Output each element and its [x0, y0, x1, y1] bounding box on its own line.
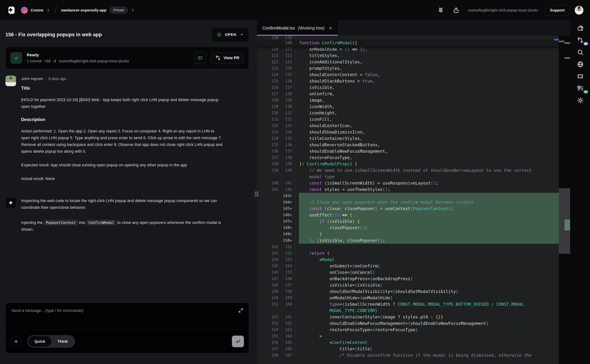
code-content[interactable]: 118119 119120 iconSource,120121 onModalH… — [257, 36, 559, 364]
commit-count: 1 commit — [27, 59, 42, 63]
code-line: 120121 onModalHide = () => {}, — [257, 46, 559, 52]
agent-message-text: Inspecting the web code to locate the ri… — [21, 197, 224, 211]
code-line: 126127 isVisible, — [257, 84, 559, 91]
code-line: 145154 onSubmit={onConfirm} — [257, 263, 559, 269]
issue-post: John Ingram • 8 days ago Title [HOLD for… — [6, 76, 249, 189]
inline-code: ConfirmModal — [87, 220, 116, 225]
code-line: 147156 onBackdropPress={onBackdropPress} — [257, 276, 559, 282]
added-marker — [564, 42, 570, 44]
message-input[interactable]: Send a message... (type / for commands) — [6, 303, 249, 330]
plus-icon — [13, 339, 19, 344]
editor-tabbar: ConfirmModal.tsx (Working tree) — [257, 21, 570, 36]
code-line: MODAL_TYPE.CONFIRM} — [257, 307, 559, 314]
code-line: 128129 image, — [257, 97, 559, 104]
code-line: 150+ }, [isVisible, closePopover]); — [257, 237, 559, 244]
code-line: modal type — [257, 174, 559, 180]
close-icon[interactable] — [329, 26, 332, 30]
checklist-icon[interactable] — [575, 83, 585, 93]
section-title-heading: Title — [21, 86, 249, 91]
globe-icon[interactable] — [575, 59, 585, 69]
code-line: 157166 title={title} — [257, 346, 559, 352]
support-button[interactable]: Support — [545, 5, 570, 15]
post-paragraph: Action performed: 1. Open the app 2. Ope… — [21, 128, 224, 155]
agent-message: Inspecting the web code to locate the ri… — [6, 197, 249, 211]
code-line: 144153 <Modal — [257, 257, 559, 263]
add-attachment-button[interactable] — [10, 336, 22, 347]
code-line: 137138 restoreFocusType, — [257, 155, 559, 161]
check-icon — [10, 52, 22, 64]
code-line: 121122 titleStyles, — [257, 52, 559, 59]
code-line: 124125 shouldCenterContent = false, — [257, 72, 559, 78]
viewport-marker — [554, 39, 559, 40]
meta-separator: • — [45, 77, 46, 80]
expand-icon[interactable] — [238, 308, 244, 313]
message-text-segment: Injecting the — [21, 221, 44, 225]
send-button[interactable] — [232, 336, 244, 347]
search-icon[interactable] — [575, 47, 585, 57]
code-line: 118119 — [257, 36, 559, 40]
code-line: 146155 onClose={onCancel} — [257, 269, 559, 276]
code-line: 130131 iconHeight, — [257, 110, 559, 116]
sticky-scope-line: 108function ConfirmModal({ — [257, 40, 559, 46]
org-name: Cosine — [31, 8, 43, 12]
view-pr-button[interactable]: View PR — [211, 52, 244, 64]
repo-switcher[interactable]: swelancer-expensify-app Private — [61, 6, 135, 14]
code-line: 155164 > — [257, 333, 559, 339]
code-line: 141142 const styles = useThemeStyles(); — [257, 186, 559, 193]
mode-think[interactable]: Think — [51, 336, 74, 347]
code-line: 149+ } — [257, 231, 559, 237]
checklist-button[interactable] — [194, 52, 206, 64]
tab-confirmmodal[interactable]: ConfirmModal.tsx (Working tree) — [257, 21, 338, 36]
code-line: 148+ closePopover(); — [257, 225, 559, 231]
issue-status-button[interactable]: OPEN — [212, 27, 249, 42]
code-line: 139140 // We need to use isSmallScreenWi… — [257, 167, 559, 174]
ticket-icon[interactable] — [575, 71, 585, 81]
agent-message: Injecting the PopoverContext into Confir… — [6, 219, 249, 233]
code-line: 147+ if (isVisible) { — [257, 218, 559, 225]
tab-state: (Working tree) — [298, 26, 325, 31]
pr-status-text: Ready — [27, 53, 189, 57]
agent-icon-spacer — [6, 219, 16, 230]
current-branch: cosine/bugfix/right-click-popup-issue-j3… — [468, 8, 538, 12]
inline-code: PopoverContext — [44, 220, 78, 225]
code-line: 125126 shouldStackButtons = true, — [257, 78, 559, 84]
author-avatar[interactable] — [6, 76, 16, 86]
share-button[interactable] — [451, 5, 461, 15]
additions-count: +10 — [44, 59, 50, 63]
pull-request-icon[interactable] — [575, 35, 585, 45]
code-line: 122123 iconAdditionalStyles, — [257, 59, 559, 65]
added-marker — [564, 57, 570, 59]
code-line: 148157 isVisible={isVisible} — [257, 282, 559, 288]
settings-icon[interactable] — [575, 95, 585, 105]
agent-message-text: Injecting the PopoverContext into Confir… — [21, 219, 224, 233]
debug-button[interactable] — [436, 5, 446, 15]
code-line: 132133 shouldCenterIcon, — [257, 123, 559, 129]
pr-status-card: Ready 1 commit +10 -1 cosine/bugfix/righ… — [6, 47, 249, 69]
files-icon[interactable] — [575, 23, 585, 33]
code-line: 142151 — [257, 244, 559, 250]
author-name: John Ingram — [21, 77, 43, 81]
code-line: 135136 shouldReverseStackedButtons, — [257, 142, 559, 148]
chevron-down-icon — [240, 32, 244, 37]
section-description-heading: Description — [21, 117, 249, 122]
user-avatar[interactable] — [575, 6, 583, 15]
code-line: 152161 innerContainerStyle={image ? styl… — [257, 314, 559, 320]
panel-resize-handle[interactable] — [254, 191, 259, 197]
scrollbar[interactable] — [559, 36, 570, 364]
code-line: 146+ useEffect(() => { — [257, 212, 559, 218]
mode-quick[interactable]: Quick — [28, 336, 51, 347]
cosine-logo-icon[interactable] — [7, 6, 15, 15]
code-line: 158167 /* Disable onConfirm function if … — [257, 352, 559, 358]
code-line: 133134 shouldShowDismissIcon, — [257, 129, 559, 135]
code-line: 143+ — [257, 193, 559, 199]
unfold-icon — [46, 8, 50, 12]
code-line: 144+ // Close any open popovers when the… — [257, 199, 559, 206]
mode-toggle: Quick Think — [27, 335, 75, 348]
scrollbar-thumb[interactable] — [559, 188, 570, 254]
org-switcher[interactable]: Cosine — [21, 7, 50, 14]
issue-title-text: [HOLD for payment 2023-10-24] [$500] Web… — [21, 97, 224, 110]
code-line: 140141 const {isSmallScreenWidth} = useR… — [257, 180, 559, 186]
diff-view: 118119 119120 iconSource,120121 onModalH… — [257, 36, 570, 364]
post-timestamp: 8 days ago — [48, 77, 67, 81]
description-paragraphs: Action performed: 1. Open the app 2. Ope… — [21, 128, 249, 182]
